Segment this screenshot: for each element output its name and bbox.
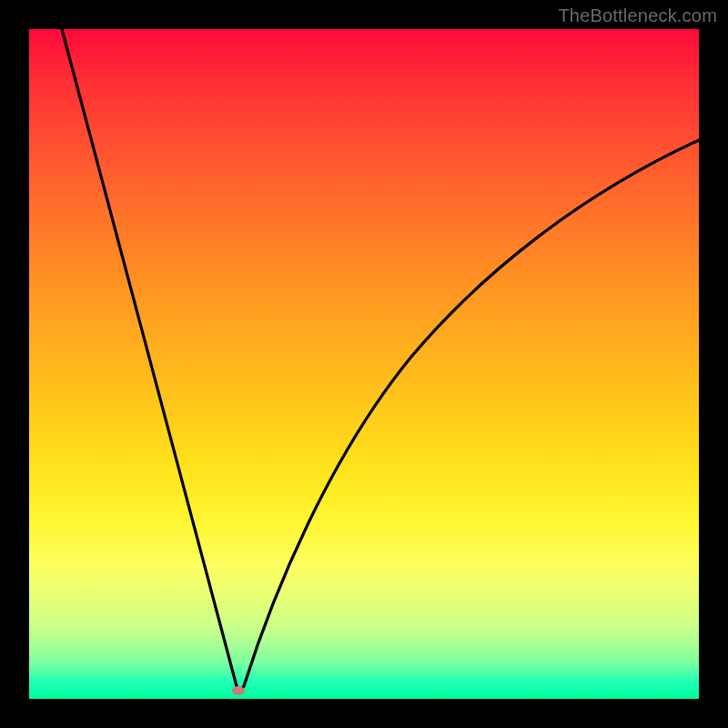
minimum-marker bbox=[232, 686, 245, 695]
bottleneck-curve bbox=[29, 29, 699, 699]
plot-area bbox=[29, 29, 699, 699]
curve-path bbox=[62, 29, 699, 690]
watermark-text: TheBottleneck.com bbox=[558, 5, 717, 26]
chart-frame: TheBottleneck.com bbox=[0, 0, 728, 728]
